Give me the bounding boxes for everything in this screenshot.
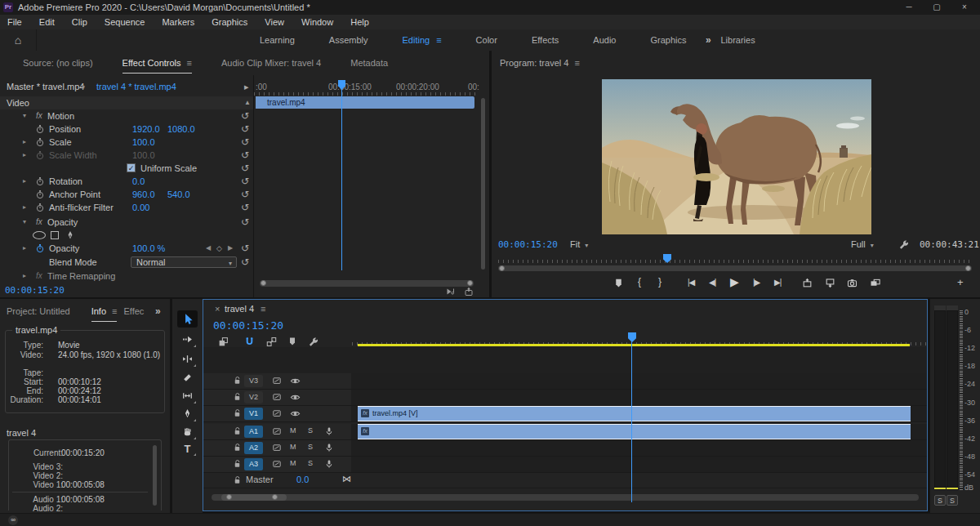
lock-icon[interactable] <box>233 475 242 484</box>
stopwatch-icon[interactable] <box>35 189 45 199</box>
mark-out-icon[interactable]: } <box>658 276 662 288</box>
expander-icon[interactable]: ▾ <box>23 109 26 123</box>
ec-horizontal-scrollbar[interactable] <box>260 280 474 287</box>
button-editor-icon[interactable]: + <box>957 276 964 288</box>
menu-file[interactable]: File <box>0 15 29 29</box>
expander-icon[interactable]: ▸ <box>23 149 26 162</box>
mic-icon[interactable] <box>324 443 334 452</box>
play-audio-preview-icon[interactable] <box>446 287 456 296</box>
creative-cloud-icon[interactable]: ∞ <box>8 515 18 525</box>
reset-icon[interactable]: ↺ <box>241 149 249 162</box>
solo-button[interactable]: S <box>308 459 313 467</box>
collapse-icon[interactable]: ▲ <box>244 96 251 109</box>
home-icon[interactable]: ⌂ <box>0 29 37 51</box>
stopwatch-icon[interactable] <box>35 137 45 147</box>
sync-lock-icon[interactable] <box>272 376 282 386</box>
menu-window[interactable]: Window <box>294 15 341 29</box>
menu-markers[interactable]: Markers <box>154 15 202 29</box>
razor-tool[interactable] <box>177 370 198 387</box>
step-back-icon[interactable]: ◀| <box>709 278 715 287</box>
tab-program[interactable]: Program: travel 4≡ <box>500 58 580 68</box>
reset-icon[interactable]: ↺ <box>241 136 249 149</box>
pen-mask-icon[interactable] <box>65 230 75 240</box>
panel-menu-icon[interactable]: ≡ <box>112 306 117 316</box>
track-target-a2[interactable]: A2 <box>244 442 263 454</box>
reset-icon[interactable]: ↺ <box>241 162 249 175</box>
scrollbar-knob[interactable] <box>226 494 232 500</box>
lock-icon[interactable] <box>233 376 242 385</box>
stopwatch-icon[interactable] <box>35 243 45 253</box>
mark-in-icon[interactable]: { <box>638 276 641 288</box>
scrollbar-knob[interactable] <box>261 280 266 286</box>
scrollbar-knob[interactable] <box>272 494 278 500</box>
ec-playhead-line[interactable] <box>341 89 342 270</box>
panel-menu-icon[interactable]: ≡ <box>187 58 192 68</box>
tab-info[interactable]: Info≡ <box>91 306 118 316</box>
lock-icon[interactable] <box>233 408 242 417</box>
nest-insert-icon[interactable] <box>218 337 229 347</box>
solo-button[interactable]: S <box>308 443 313 451</box>
workspace-overflow-icon[interactable]: » <box>706 29 711 51</box>
ec-clip-bar[interactable]: travel.mp4 <box>256 96 474 109</box>
menu-help[interactable]: Help <box>343 15 376 29</box>
eye-icon[interactable] <box>290 408 301 419</box>
mute-button[interactable]: M <box>290 443 296 451</box>
reset-icon[interactable]: ↺ <box>241 188 249 201</box>
maximize-button[interactable]: ▢ <box>923 0 951 15</box>
program-timecode[interactable]: 00:00:15:20 <box>498 239 558 250</box>
workspace-tab-audio[interactable]: Audio <box>593 35 616 45</box>
expander-icon[interactable]: ▸ <box>23 136 26 149</box>
solo-button[interactable]: S <box>308 426 313 435</box>
sync-lock-icon[interactable] <box>272 426 282 436</box>
track-target-v3[interactable]: V3 <box>244 375 263 387</box>
extract-icon[interactable] <box>825 278 835 288</box>
expander-icon[interactable]: ▾ <box>23 216 26 229</box>
comparison-view-icon[interactable] <box>870 278 880 288</box>
rect-mask-icon[interactable] <box>51 231 59 239</box>
reset-icon[interactable]: ↺ <box>241 216 249 229</box>
lock-icon[interactable] <box>233 459 242 468</box>
add-marker-icon[interactable] <box>287 337 297 346</box>
minimize-button[interactable]: ─ <box>895 0 923 15</box>
stopwatch-icon[interactable] <box>35 176 45 186</box>
chevron-down-icon[interactable]: ▾ <box>82 83 85 91</box>
rotation-value[interactable]: 0.0 <box>132 175 145 188</box>
menu-sequence[interactable]: Sequence <box>97 15 153 29</box>
menu-clip[interactable]: Clip <box>65 15 95 29</box>
reset-icon[interactable]: ↺ <box>241 175 249 188</box>
ripple-edit-tool[interactable] <box>177 351 198 368</box>
audio-clip-travel[interactable]: fx <box>358 424 911 439</box>
scrollbar-knob[interactable] <box>499 265 505 271</box>
panel-overflow-icon[interactable]: » <box>155 305 161 317</box>
anchor-x-value[interactable]: 960.0 <box>132 188 155 201</box>
workspace-tab-effects[interactable]: Effects <box>532 35 559 45</box>
menu-graphics[interactable]: Graphics <box>204 15 255 29</box>
slip-tool[interactable] <box>177 388 198 405</box>
timeline-tab-close-icon[interactable]: × <box>215 304 220 314</box>
position-y-value[interactable]: 1080.0 <box>167 123 195 136</box>
workspace-tab-libraries[interactable]: Libraries <box>720 35 755 45</box>
expander-icon[interactable]: ▸ <box>23 201 26 214</box>
reset-icon[interactable]: ↺ <box>241 256 249 269</box>
timeline-horizontal-scrollbar[interactable] <box>212 494 919 501</box>
step-forward-icon[interactable]: |▶ <box>753 278 760 287</box>
solo-left-button[interactable]: S <box>934 495 946 506</box>
panel-menu-icon[interactable]: ≡ <box>261 304 265 314</box>
track-target-v2[interactable]: V2 <box>244 391 263 403</box>
track-select-forward-tool[interactable] <box>177 332 198 349</box>
timeline-settings-wrench-icon[interactable] <box>308 337 318 347</box>
mic-icon[interactable] <box>324 459 334 469</box>
expander-icon[interactable]: ▸ <box>23 175 26 188</box>
eye-icon[interactable] <box>290 376 301 386</box>
lock-icon[interactable] <box>233 443 242 452</box>
uniform-scale-checkbox[interactable]: ✓ <box>127 163 136 172</box>
master-track-label[interactable]: Master <box>246 475 274 484</box>
go-to-in-icon[interactable]: |◀ <box>688 278 694 287</box>
ec-timecode[interactable]: 00:00:15:20 <box>5 285 65 296</box>
next-keyframe-icon[interactable]: ▶ <box>228 242 233 255</box>
prev-keyframe-icon[interactable]: ◀ <box>206 242 211 255</box>
lift-icon[interactable] <box>802 278 813 288</box>
opacity-value[interactable]: 100.0 % <box>132 242 165 255</box>
export-frame-icon[interactable] <box>847 278 858 288</box>
program-scroll-bar[interactable] <box>498 265 972 271</box>
